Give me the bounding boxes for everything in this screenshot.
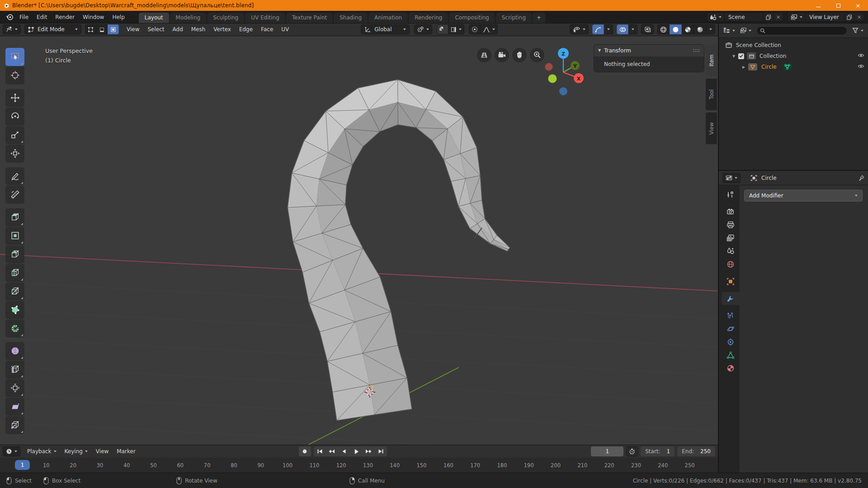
viewport-menu-select[interactable]: Select <box>143 24 168 34</box>
menu-help[interactable]: Help <box>108 13 128 22</box>
jump-to-end-button[interactable] <box>375 446 387 456</box>
properties-tab-material[interactable] <box>722 361 740 375</box>
tool-select-box[interactable] <box>5 48 24 66</box>
gizmo-minus-z[interactable] <box>559 87 567 95</box>
scene-copy-button[interactable] <box>763 13 773 21</box>
properties-tab-world[interactable] <box>722 258 740 271</box>
collapse-arrow-icon[interactable]: ▶ <box>741 65 747 69</box>
outliner-search-input[interactable] <box>756 26 847 35</box>
workspace-tab-modeling[interactable]: Modeling <box>170 13 207 23</box>
timeline-menu-marker[interactable]: Marker <box>113 446 139 456</box>
shading-solid-button[interactable] <box>670 24 682 34</box>
tool-smooth[interactable] <box>5 342 24 360</box>
tool-loop-cut[interactable] <box>5 264 24 282</box>
collection-checkbox[interactable] <box>738 53 744 59</box>
properties-tab-tool[interactable] <box>722 188 740 201</box>
vertex-select-mode-button[interactable] <box>85 24 96 34</box>
current-frame-field[interactable]: 1 <box>591 446 623 456</box>
properties-tab-object[interactable] <box>722 275 740 288</box>
viewport-menu-face[interactable]: Face <box>257 24 277 34</box>
menu-edit[interactable]: Edit <box>33 13 51 22</box>
minimize-button[interactable] <box>808 0 828 11</box>
circle-mesh-data-badge[interactable] <box>783 63 792 70</box>
properties-tab-particles[interactable] <box>722 309 740 322</box>
properties-tab-constraints[interactable] <box>722 335 740 348</box>
pan-view-button[interactable] <box>512 48 527 62</box>
scene-browse-button[interactable] <box>707 13 724 21</box>
next-keyframe-button[interactable] <box>363 446 375 456</box>
viewport-menu-vertex[interactable]: Vertex <box>209 24 235 34</box>
timeline-menu-keying[interactable]: Keying <box>61 446 92 456</box>
snap-target-dropdown[interactable] <box>448 24 464 34</box>
tool-scale[interactable] <box>5 126 24 144</box>
editor-type-button[interactable] <box>3 24 21 34</box>
tool-spin[interactable] <box>5 319 24 338</box>
xray-toggle[interactable] <box>641 24 654 34</box>
timeline-menu-view[interactable]: View <box>92 446 113 456</box>
workspace-tab-scripting[interactable]: Scripting <box>496 13 532 23</box>
view-layer-name[interactable]: View Layer <box>805 13 844 21</box>
previous-keyframe-button[interactable] <box>326 446 338 456</box>
properties-tab-view-layer[interactable] <box>722 231 740 244</box>
properties-editor-type-button[interactable] <box>722 173 741 183</box>
scene-delete-button[interactable]: × <box>773 13 783 21</box>
scene-name[interactable]: Scene <box>724 13 763 21</box>
workspace-tab-compositing[interactable]: Compositing <box>449 13 495 23</box>
outliner-editor-type-button[interactable] <box>722 27 736 34</box>
shading-wireframe-button[interactable] <box>657 24 670 34</box>
gizmo-minus-x[interactable] <box>545 63 553 70</box>
menu-file[interactable]: File <box>15 13 33 22</box>
properties-tab-render[interactable] <box>722 205 740 218</box>
edge-select-mode-button[interactable] <box>96 24 108 34</box>
navigation-gizmo[interactable]: Z Y X <box>536 41 595 99</box>
tool-measure[interactable] <box>5 186 24 204</box>
outliner-display-mode-button[interactable] <box>738 27 753 34</box>
face-select-mode-button[interactable] <box>108 24 119 34</box>
outliner-row-collection[interactable]: ▼ Collection <box>719 51 868 61</box>
workspace-tab-rendering[interactable]: Rendering <box>409 13 448 23</box>
workspace-tab-sculpting[interactable]: Sculpting <box>207 13 244 23</box>
workspace-tab-layout[interactable]: Layout <box>139 13 169 23</box>
show-gizmo-toggle[interactable] <box>592 24 604 34</box>
jump-to-start-button[interactable] <box>314 446 326 456</box>
timeline-ruler[interactable]: 1 10203040506070809010011012013014015016… <box>0 458 718 473</box>
tool-extrude-region[interactable] <box>5 208 24 226</box>
show-overlays-toggle[interactable] <box>617 24 628 34</box>
snap-toggle-button[interactable] <box>437 24 448 34</box>
shading-options-dropdown[interactable] <box>706 24 715 34</box>
tool-move[interactable] <box>5 89 24 107</box>
transform-panel-header[interactable]: ▼ Transform <box>594 45 704 56</box>
viewport-menu-add[interactable]: Add <box>169 24 187 34</box>
3d-viewport[interactable]: User Perspective (1) Circle <box>0 36 718 445</box>
sidebar-tab-tool[interactable]: Tool <box>706 79 717 110</box>
tool-inset-faces[interactable] <box>5 227 24 245</box>
auto-keyframe-button[interactable] <box>626 446 638 456</box>
pin-icon[interactable] <box>859 175 864 181</box>
workspace-tab-animation[interactable]: Animation <box>368 13 408 23</box>
shading-rendered-button[interactable] <box>694 24 706 34</box>
frame-start-field[interactable]: Start: 1 <box>641 446 675 456</box>
tool-shear[interactable] <box>5 398 24 416</box>
properties-tab-object-data[interactable] <box>722 348 740 361</box>
close-button[interactable]: × <box>848 0 868 11</box>
toggle-projection-button[interactable] <box>477 48 491 62</box>
proportional-editing-toggle[interactable] <box>469 24 481 34</box>
play-button[interactable] <box>350 446 363 456</box>
outliner-row-circle[interactable]: ▶ Circle <box>719 61 868 72</box>
add-workspace-button[interactable]: + <box>533 13 545 23</box>
proportional-falloff-dropdown[interactable] <box>481 24 498 34</box>
frame-end-field[interactable]: End: 250 <box>677 446 715 456</box>
tool-cursor[interactable] <box>5 66 24 84</box>
pivot-point-dropdown[interactable] <box>414 24 432 34</box>
view-layer-browse-button[interactable] <box>788 13 805 21</box>
viewport-menu-uv[interactable]: UV <box>277 24 293 34</box>
sidebar-tab-view[interactable]: View <box>706 113 717 144</box>
camera-view-button[interactable] <box>495 48 509 62</box>
tool-rotate[interactable] <box>5 108 24 126</box>
circle-visibility-toggle[interactable] <box>858 64 864 70</box>
sidebar-tab-item[interactable]: Item <box>706 45 717 76</box>
viewport-menu-edge[interactable]: Edge <box>235 24 257 34</box>
viewport-menu-mesh[interactable]: Mesh <box>187 24 210 34</box>
collection-visibility-toggle[interactable] <box>858 53 864 59</box>
selectability-filter-dropdown[interactable] <box>570 24 589 34</box>
